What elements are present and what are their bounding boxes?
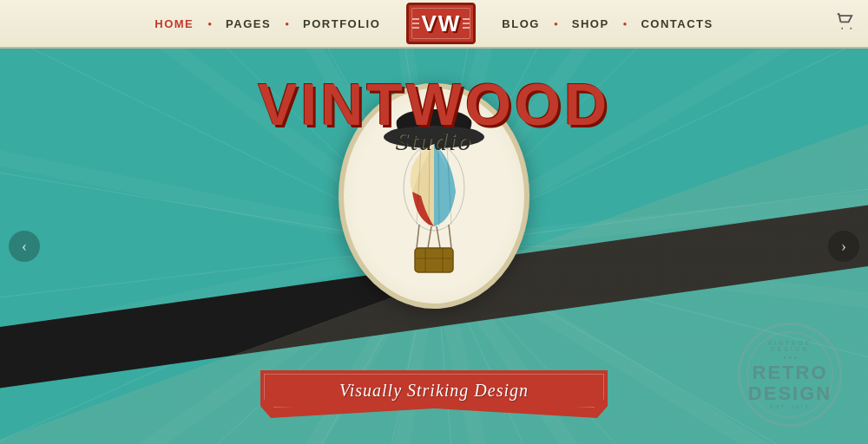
tagline: Visually Striking Design	[339, 381, 529, 401]
hero-section: // Generate rays	[0, 49, 868, 444]
cart-icon[interactable]	[835, 12, 854, 36]
nav-item-shop[interactable]: SHOP	[560, 17, 621, 30]
prev-arrow[interactable]: ‹	[9, 231, 40, 262]
svg-point-0	[841, 28, 843, 29]
brand-title: VINTWOOD	[258, 75, 610, 134]
nav-dot-2: ●	[285, 20, 289, 28]
logo-badge[interactable]: VW	[406, 1, 476, 46]
vintage-stamp: VINTAGE DESIGN ★ ★ ★ RETRO DESIGN EST. 1…	[738, 323, 842, 427]
nav-dot-3: ●	[554, 20, 558, 28]
stamp-inner: VINTAGE DESIGN ★ ★ ★ RETRO DESIGN EST. 1…	[746, 331, 833, 418]
svg-line-49	[449, 225, 451, 248]
nav-item-portfolio[interactable]: PORTFOLIO	[291, 17, 392, 30]
prev-icon: ‹	[22, 238, 27, 256]
logo-lines-right	[463, 18, 470, 29]
stamp-bottom-text: EST. 1972	[770, 404, 810, 409]
logo-lines-left	[412, 18, 419, 29]
svg-line-46	[417, 225, 419, 248]
next-arrow[interactable]: ›	[828, 231, 859, 262]
next-icon: ›	[841, 238, 846, 256]
svg-rect-50	[415, 248, 453, 272]
nav-item-home[interactable]: HOME	[142, 17, 206, 30]
navbar-inner: HOME ● PAGES ● PORTFOLIO VW BLOG ●	[142, 1, 725, 46]
nav-item-pages[interactable]: PAGES	[214, 17, 283, 30]
logo-text: VW	[421, 10, 461, 37]
navbar: HOME ● PAGES ● PORTFOLIO VW BLOG ●	[0, 0, 868, 49]
nav-dot-1: ●	[207, 20, 212, 28]
nav-dot-4: ●	[623, 20, 628, 28]
nav-item-contacts[interactable]: CONTACTS	[628, 17, 725, 30]
svg-point-1	[850, 28, 852, 29]
stamp-main-text: RETRO DESIGN	[748, 362, 832, 404]
stamp-top-text: VINTAGE DESIGN	[748, 340, 832, 352]
nav-item-blog[interactable]: BLOG	[490, 17, 552, 30]
